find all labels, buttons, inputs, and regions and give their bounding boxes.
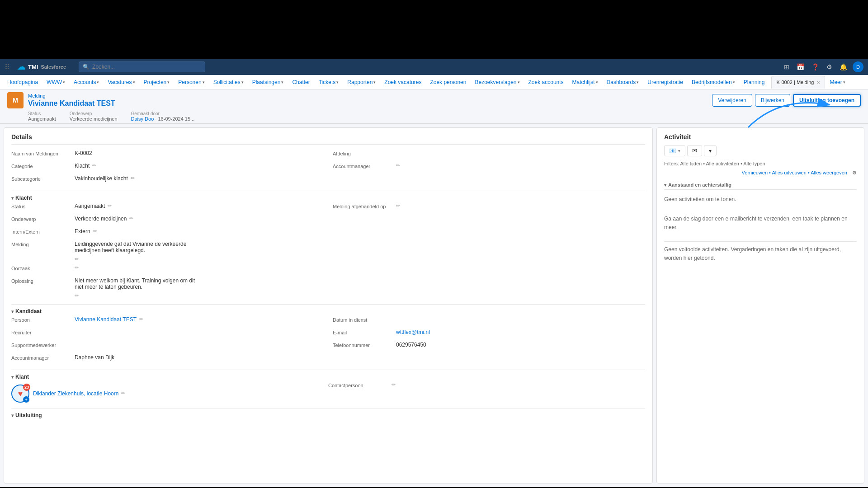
field-label: Subcategorie <box>11 175 75 182</box>
filter-alle-tijden[interactable]: Alle tijden <box>680 161 702 166</box>
main-content: Details Naam van Meldingen K-0002 Catego… <box>0 124 868 487</box>
edit-icon[interactable]: ✏ <box>75 293 79 299</box>
nav-apps-icon[interactable]: ⠿ <box>5 63 10 71</box>
nav-tab-k0002[interactable]: K-0002 | Melding ✕ <box>771 76 825 89</box>
section-uitsluiting-header[interactable]: ▾ Uitsluiting <box>11 408 645 420</box>
settings-activity-icon[interactable]: ⚙ <box>852 170 857 175</box>
nav-item-sollicitaties[interactable]: Sollicitaties ▾ <box>210 75 248 89</box>
user-avatar[interactable]: D <box>853 61 863 72</box>
field-recruiter: Recruiter <box>11 329 324 339</box>
field-subcategorie: Subcategorie Vakinhoudelijke klacht ✏ <box>11 175 324 185</box>
nav-item-zoek-vacatures[interactable]: Zoek vacatures <box>381 75 425 89</box>
field-label: Accountmanager <box>11 354 75 361</box>
filter-alle-activiteiten[interactable]: Alle activiteiten <box>706 161 739 166</box>
section-kandidaat-header[interactable]: ▾ Kandidaat <box>11 304 645 316</box>
nav-item-tickets[interactable]: Tickets ▾ <box>315 75 343 89</box>
edit-icon[interactable]: ✏ <box>131 175 135 181</box>
completed-empty-message: Geen voltooide activiteiten. Vergadering… <box>664 241 857 266</box>
edit-icon[interactable]: ✏ <box>396 203 400 209</box>
field-label: Oplossing <box>11 277 75 284</box>
nav-item-accounts[interactable]: Accounts ▾ <box>70 75 103 89</box>
navigation-bar: Hoofdpagina WWW ▾ Accounts ▾ Vacatures ▾… <box>0 75 868 89</box>
nav-item-dashboards[interactable]: Dashboards ▾ <box>603 75 643 89</box>
record-title[interactable]: Vivianne Kandidaat TEST <box>28 99 115 108</box>
field-contactpersoon: Contactpersoon ✏ <box>328 382 645 392</box>
email-icon: 📧 <box>669 147 676 154</box>
nav-meer[interactable]: Meer ▾ <box>826 75 849 89</box>
email-task-button[interactable]: 📧 ▾ <box>664 145 685 156</box>
breadcrumb[interactable]: Melding <box>28 93 115 99</box>
field-value: Diklander Ziekenhuis, locatie Hoorn ✏ <box>33 390 328 397</box>
more-actions-button[interactable]: ▾ <box>704 145 717 156</box>
field-value: ✏ <box>392 382 645 388</box>
email-link[interactable]: wttflex@tmi.nl <box>396 329 430 335</box>
filter-alle-typen[interactable]: Alle typen <box>743 161 765 166</box>
nav-item-vacatures[interactable]: Vacatures ▾ <box>104 75 139 89</box>
aanstaand-label: Aanstaand en achterstallig <box>668 182 731 188</box>
search-icon: 🔍 <box>83 64 90 70</box>
nav-item-matchlijst[interactable]: Matchlijst ▾ <box>569 75 602 89</box>
nav-item-personen[interactable]: Personen ▾ <box>175 75 208 89</box>
edit-icon[interactable]: ✏ <box>392 382 396 388</box>
edit-icon[interactable]: ✏ <box>92 163 96 169</box>
chevron-icon: ▾ <box>11 309 14 314</box>
creator-link[interactable]: Daisy Doo <box>131 116 154 122</box>
edit-icon[interactable]: ✏ <box>75 265 79 271</box>
nav-item-urenregistratie[interactable]: Urenregistratie <box>644 75 687 89</box>
nav-item-zoek-accounts[interactable]: Zoek accounts <box>525 75 568 89</box>
nav-item-chatter[interactable]: Chatter <box>288 75 314 89</box>
meta-status: Status Aangemaakt <box>28 111 56 122</box>
edit-icon[interactable]: ✏ <box>75 256 79 262</box>
persoon-link[interactable]: Vivianne Kandidaat TEST <box>75 316 137 323</box>
edit-icon[interactable]: ✏ <box>121 390 125 396</box>
section-kandidaat-label: Kandidaat <box>15 308 42 314</box>
field-label: Telefoonnummer <box>333 342 396 348</box>
vernieuwen-link[interactable]: Vernieuwen <box>742 170 768 175</box>
section-klant-header[interactable]: ▾ Klant <box>11 370 645 382</box>
nav-item-rapporten[interactable]: Rapporten ▾ <box>344 75 380 89</box>
dropdown-chevron[interactable]: ▾ <box>678 149 680 153</box>
edit-icon[interactable]: ✏ <box>396 163 400 169</box>
record-header: M Melding Vivianne Kandidaat TEST Verwij… <box>0 89 868 124</box>
notification-icon[interactable]: 🔔 <box>838 62 849 71</box>
nav-item-planning[interactable]: Planning <box>740 75 769 89</box>
edit-icon[interactable]: ✏ <box>139 316 143 322</box>
alles-weergeven-link[interactable]: Alles weergeven <box>811 170 847 175</box>
verwijderen-button[interactable]: Verwijderen <box>712 94 752 107</box>
nav-item-bedrijfsmodellen[interactable]: Bedrijfsmodellen ▾ <box>688 75 739 89</box>
log-call-button[interactable]: ✉ <box>687 145 702 156</box>
calendar-icon[interactable]: 📅 <box>795 62 806 71</box>
field-value: Vivianne Kandidaat TEST ✏ <box>75 316 324 323</box>
uitsluiting-toevoegen-button[interactable]: Uitsluiting toevoegen <box>793 94 861 107</box>
nav-item-plaatsingen[interactable]: Plaatsingen ▾ <box>249 75 288 89</box>
settings-icon[interactable]: ⚙ <box>825 62 834 71</box>
field-email: E-mail wttflex@tmi.nl <box>333 329 645 339</box>
app-header: ⠿ ☁ TMI Salesforce 🔍 ⊞ 📅 ❓ ⚙ 🔔 D <box>0 59 868 75</box>
meta-onderwerp: Onderwerp Verkeerde medicijnen <box>70 111 118 122</box>
nav-item-www[interactable]: WWW ▾ <box>43 75 69 89</box>
alles-uitvouwen-link[interactable]: Alles uitvouwen <box>772 170 806 175</box>
edit-icon[interactable]: ✏ <box>108 203 112 209</box>
section-klacht-header[interactable]: ▾ Klacht <box>11 191 645 203</box>
meta-status-value: Aangemaakt <box>28 116 56 122</box>
klant-badge: 23 <box>23 384 30 391</box>
klant-link[interactable]: Diklander Ziekenhuis, locatie Hoorn <box>33 390 118 397</box>
field-value: wttflex@tmi.nl <box>396 329 645 335</box>
edit-icon[interactable]: ✏ <box>93 228 97 234</box>
field-label: E-mail <box>333 329 396 335</box>
search-input[interactable] <box>92 64 192 70</box>
nav-item-home[interactable]: Hoofdpagina <box>4 75 42 89</box>
search-bar[interactable]: 🔍 <box>79 61 205 72</box>
bijwerken-button[interactable]: Bijwerken <box>755 94 790 107</box>
klant-fields: ♥ 23 + Diklander Ziekenhuis, locatie Hoo… <box>11 382 645 405</box>
nav-item-bezoekverslagen[interactable]: Bezoekverslagen ▾ <box>471 75 524 89</box>
grid-icon[interactable]: ⊞ <box>782 62 791 71</box>
chevron-icon: ▾ <box>664 183 666 188</box>
aanstaand-section-header[interactable]: ▾ Aanstaand en achterstallig <box>664 179 857 190</box>
nav-item-zoek-personen[interactable]: Zoek personen <box>426 75 470 89</box>
help-icon[interactable]: ❓ <box>810 62 821 71</box>
edit-icon[interactable]: ✏ <box>129 216 133 221</box>
field-label: Melding <box>11 241 75 247</box>
field-value: Aangemaakt ✏ <box>75 203 324 209</box>
nav-item-projecten[interactable]: Projecten ▾ <box>140 75 174 89</box>
